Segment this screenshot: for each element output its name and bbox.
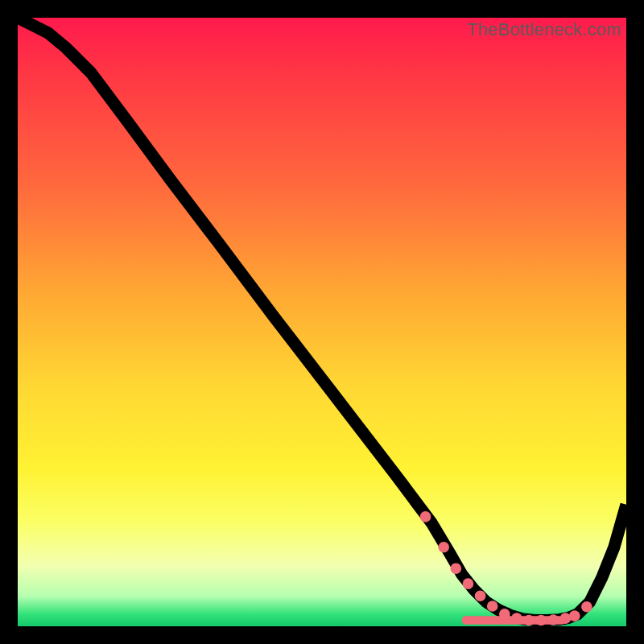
marker-dot [451,563,462,574]
marker-dot [499,609,510,620]
marker-dot [463,578,474,589]
chart-frame: TheBottleneck.com [0,0,644,644]
marker-dot [487,601,498,612]
marker-dot [438,542,449,553]
marker-dot [547,614,559,625]
marker-dot [535,615,547,626]
marker-dot [475,590,486,601]
marker-dot [511,613,522,624]
plot-area: TheBottleneck.com [18,18,626,626]
curve-svg [18,18,626,626]
bottleneck-curve [18,18,626,620]
marker-dot [581,601,592,613]
marker-dot [420,511,431,522]
marker-dot [569,610,580,621]
marker-dot [523,615,535,626]
